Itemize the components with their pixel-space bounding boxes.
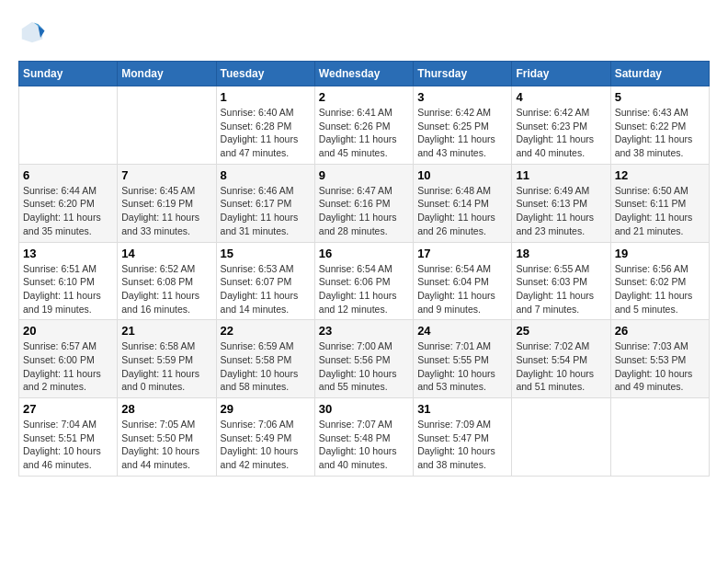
day-number: 2 [319, 90, 409, 104]
page-header [18, 18, 710, 46]
day-info: Sunrise: 6:41 AMSunset: 6:26 PMDaylight:… [319, 106, 409, 160]
day-info: Sunrise: 6:48 AMSunset: 6:14 PMDaylight:… [417, 184, 507, 238]
column-header-thursday: Thursday [414, 62, 512, 86]
day-info: Sunrise: 6:40 AMSunset: 6:28 PMDaylight:… [221, 106, 311, 160]
day-number: 6 [23, 168, 113, 182]
calendar-cell: 17Sunrise: 6:54 AMSunset: 6:04 PMDayligh… [414, 242, 512, 320]
calendar-cell: 9Sunrise: 6:47 AMSunset: 6:16 PMDaylight… [314, 164, 413, 242]
calendar-cell: 10Sunrise: 6:48 AMSunset: 6:14 PMDayligh… [414, 164, 512, 242]
day-info: Sunrise: 6:47 AMSunset: 6:16 PMDaylight:… [319, 184, 409, 238]
day-info: Sunrise: 6:50 AMSunset: 6:11 PMDaylight:… [615, 184, 705, 238]
day-number: 19 [615, 247, 705, 260]
day-info: Sunrise: 6:45 AMSunset: 6:19 PMDaylight:… [121, 184, 211, 238]
day-number: 17 [417, 247, 507, 260]
day-info: Sunrise: 7:09 AMSunset: 5:47 PMDaylight:… [417, 418, 507, 472]
day-number: 21 [121, 324, 211, 338]
day-info: Sunrise: 6:46 AMSunset: 6:17 PMDaylight:… [221, 184, 311, 238]
calendar-header-row: SundayMondayTuesdayWednesdayThursdayFrid… [19, 62, 710, 86]
day-info: Sunrise: 6:55 AMSunset: 6:03 PMDaylight:… [516, 262, 606, 316]
day-number: 8 [221, 168, 311, 182]
calendar-week-row: 13Sunrise: 6:51 AMSunset: 6:10 PMDayligh… [19, 242, 710, 320]
day-info: Sunrise: 7:04 AMSunset: 5:51 PMDaylight:… [23, 418, 113, 472]
calendar-cell: 29Sunrise: 7:06 AMSunset: 5:49 PMDayligh… [216, 398, 314, 477]
day-number: 11 [516, 168, 606, 182]
day-number: 13 [23, 247, 113, 260]
calendar-week-row: 1Sunrise: 6:40 AMSunset: 6:28 PMDaylight… [19, 86, 710, 165]
day-number: 7 [121, 168, 211, 182]
day-info: Sunrise: 6:52 AMSunset: 6:08 PMDaylight:… [121, 262, 211, 316]
day-info: Sunrise: 6:59 AMSunset: 5:58 PMDaylight:… [221, 339, 311, 394]
day-number: 20 [23, 324, 113, 338]
day-info: Sunrise: 7:00 AMSunset: 5:56 PMDaylight:… [319, 339, 409, 394]
day-info: Sunrise: 6:56 AMSunset: 6:02 PMDaylight:… [615, 262, 705, 316]
day-number: 10 [417, 168, 507, 182]
day-number: 23 [319, 324, 409, 338]
day-number: 3 [417, 90, 507, 104]
day-info: Sunrise: 6:44 AMSunset: 6:20 PMDaylight:… [23, 184, 113, 238]
calendar-cell: 5Sunrise: 6:43 AMSunset: 6:22 PMDaylight… [610, 86, 709, 165]
day-info: Sunrise: 6:53 AMSunset: 6:07 PMDaylight:… [221, 262, 311, 316]
day-info: Sunrise: 6:43 AMSunset: 6:22 PMDaylight:… [615, 106, 705, 160]
calendar-cell [118, 86, 216, 165]
calendar-cell: 16Sunrise: 6:54 AMSunset: 6:06 PMDayligh… [314, 242, 413, 320]
calendar-cell: 23Sunrise: 7:00 AMSunset: 5:56 PMDayligh… [314, 320, 413, 398]
calendar-cell: 13Sunrise: 6:51 AMSunset: 6:10 PMDayligh… [19, 242, 118, 320]
calendar-cell: 2Sunrise: 6:41 AMSunset: 6:26 PMDaylight… [314, 86, 413, 165]
column-header-tuesday: Tuesday [216, 62, 314, 86]
calendar-cell: 3Sunrise: 6:42 AMSunset: 6:25 PMDaylight… [414, 86, 512, 165]
day-number: 16 [319, 247, 409, 260]
calendar-cell: 14Sunrise: 6:52 AMSunset: 6:08 PMDayligh… [118, 242, 216, 320]
day-info: Sunrise: 6:57 AMSunset: 6:00 PMDaylight:… [23, 339, 113, 394]
column-header-wednesday: Wednesday [314, 62, 413, 86]
calendar-cell: 21Sunrise: 6:58 AMSunset: 5:59 PMDayligh… [118, 320, 216, 398]
calendar-cell: 22Sunrise: 6:59 AMSunset: 5:58 PMDayligh… [216, 320, 314, 398]
calendar-week-row: 6Sunrise: 6:44 AMSunset: 6:20 PMDaylight… [19, 164, 710, 242]
calendar-cell: 18Sunrise: 6:55 AMSunset: 6:03 PMDayligh… [512, 242, 610, 320]
day-number: 29 [221, 402, 311, 416]
calendar-cell: 19Sunrise: 6:56 AMSunset: 6:02 PMDayligh… [610, 242, 709, 320]
day-info: Sunrise: 6:49 AMSunset: 6:13 PMDaylight:… [516, 184, 606, 238]
calendar-cell [19, 86, 118, 165]
day-number: 25 [516, 324, 606, 338]
day-info: Sunrise: 7:05 AMSunset: 5:50 PMDaylight:… [121, 418, 211, 472]
day-number: 4 [516, 90, 606, 104]
day-number: 14 [121, 247, 211, 260]
calendar-cell: 30Sunrise: 7:07 AMSunset: 5:48 PMDayligh… [314, 398, 413, 477]
day-info: Sunrise: 6:51 AMSunset: 6:10 PMDaylight:… [23, 262, 113, 316]
calendar-cell: 28Sunrise: 7:05 AMSunset: 5:50 PMDayligh… [118, 398, 216, 477]
day-info: Sunrise: 6:54 AMSunset: 6:04 PMDaylight:… [417, 262, 507, 316]
calendar-cell: 25Sunrise: 7:02 AMSunset: 5:54 PMDayligh… [512, 320, 610, 398]
day-info: Sunrise: 6:58 AMSunset: 5:59 PMDaylight:… [121, 339, 211, 394]
calendar-cell: 27Sunrise: 7:04 AMSunset: 5:51 PMDayligh… [19, 398, 118, 477]
calendar-cell: 7Sunrise: 6:45 AMSunset: 6:19 PMDaylight… [118, 164, 216, 242]
day-info: Sunrise: 7:07 AMSunset: 5:48 PMDaylight:… [319, 418, 409, 472]
calendar-week-row: 27Sunrise: 7:04 AMSunset: 5:51 PMDayligh… [19, 398, 710, 477]
calendar-cell: 20Sunrise: 6:57 AMSunset: 6:00 PMDayligh… [19, 320, 118, 398]
day-info: Sunrise: 7:02 AMSunset: 5:54 PMDaylight:… [516, 339, 606, 394]
day-info: Sunrise: 7:06 AMSunset: 5:49 PMDaylight:… [221, 418, 311, 472]
calendar-cell: 6Sunrise: 6:44 AMSunset: 6:20 PMDaylight… [19, 164, 118, 242]
calendar-cell [512, 398, 610, 477]
day-number: 12 [615, 168, 705, 182]
day-info: Sunrise: 6:54 AMSunset: 6:06 PMDaylight:… [319, 262, 409, 316]
day-number: 24 [417, 324, 507, 338]
calendar-cell: 15Sunrise: 6:53 AMSunset: 6:07 PMDayligh… [216, 242, 314, 320]
calendar-cell [610, 398, 709, 477]
logo-icon [18, 18, 46, 46]
day-number: 30 [319, 402, 409, 416]
calendar-cell: 1Sunrise: 6:40 AMSunset: 6:28 PMDaylight… [216, 86, 314, 165]
day-number: 26 [615, 324, 705, 338]
calendar-cell: 12Sunrise: 6:50 AMSunset: 6:11 PMDayligh… [610, 164, 709, 242]
calendar-cell: 4Sunrise: 6:42 AMSunset: 6:23 PMDaylight… [512, 86, 610, 165]
calendar-cell: 24Sunrise: 7:01 AMSunset: 5:55 PMDayligh… [414, 320, 512, 398]
day-number: 1 [221, 90, 311, 104]
calendar-cell: 26Sunrise: 7:03 AMSunset: 5:53 PMDayligh… [610, 320, 709, 398]
calendar-cell: 8Sunrise: 6:46 AMSunset: 6:17 PMDaylight… [216, 164, 314, 242]
calendar-cell: 31Sunrise: 7:09 AMSunset: 5:47 PMDayligh… [414, 398, 512, 477]
calendar-cell: 11Sunrise: 6:49 AMSunset: 6:13 PMDayligh… [512, 164, 610, 242]
calendar-table: SundayMondayTuesdayWednesdayThursdayFrid… [18, 61, 710, 477]
day-number: 31 [417, 402, 507, 416]
day-number: 22 [221, 324, 311, 338]
day-info: Sunrise: 6:42 AMSunset: 6:23 PMDaylight:… [516, 106, 606, 160]
column-header-saturday: Saturday [610, 62, 709, 86]
